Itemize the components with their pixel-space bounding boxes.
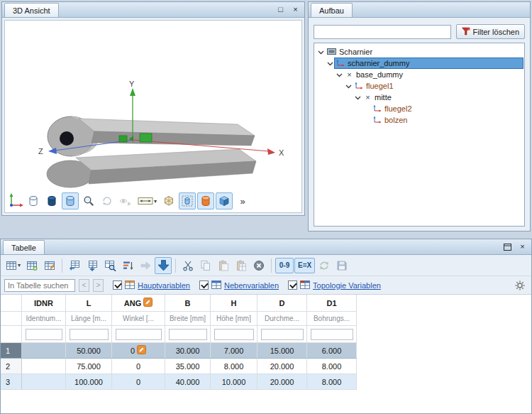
tree-item-base-dummy[interactable]: × base_dummy — [315, 69, 523, 80]
column-header-l[interactable]: L — [66, 295, 112, 312]
cell-b[interactable]: 40.000 — [165, 374, 211, 390]
cube-isometric-button[interactable] — [216, 192, 233, 209]
find-next-button[interactable]: > — [93, 279, 104, 292]
structure-search-input[interactable] — [314, 25, 451, 39]
nebenvariablen-link[interactable]: Nebenvariablen — [224, 281, 279, 290]
cylinder-dark-view-button[interactable] — [43, 192, 60, 209]
close-button[interactable]: × — [516, 241, 528, 252]
column-header-b[interactable]: B — [165, 295, 211, 312]
cell-idnr[interactable] — [22, 359, 66, 374]
filter-input-ang[interactable] — [116, 329, 162, 340]
mesh-display-button[interactable] — [160, 192, 177, 209]
close-button[interactable]: × — [289, 4, 301, 15]
chevron-down-icon[interactable] — [326, 60, 334, 67]
more-tools-button[interactable]: » — [234, 192, 251, 209]
zoom-button[interactable] — [80, 192, 97, 209]
append-row-button[interactable] — [84, 257, 101, 274]
sort-button[interactable] — [119, 257, 136, 274]
cell-idnr[interactable] — [22, 374, 66, 390]
edit-formula-icon[interactable] — [143, 298, 153, 308]
tree-item-scharnier[interactable]: Scharnier — [315, 46, 523, 58]
cell-d[interactable]: 20.000 — [257, 359, 307, 374]
apply-row-button[interactable] — [155, 257, 172, 274]
insert-row-button[interactable] — [66, 257, 83, 274]
edit-table-button[interactable] — [41, 257, 58, 274]
cell-d[interactable]: 15.000 — [257, 343, 307, 359]
maximize-button[interactable]: □ — [275, 4, 287, 15]
dock-button[interactable] — [501, 241, 514, 252]
cell-ang[interactable]: 0 — [112, 359, 165, 374]
cell-ang[interactable]: 0 — [112, 343, 165, 359]
topologie-checkbox[interactable] — [288, 280, 297, 290]
cell-l[interactable]: 50.000 — [66, 343, 112, 359]
tab-aufbau[interactable]: Aufbau — [311, 3, 353, 17]
dropdown-arrow-icon[interactable]: ▾ — [154, 198, 157, 205]
cell-d1[interactable]: 6.000 — [307, 343, 357, 359]
cell-d1[interactable]: 8.000 — [307, 359, 357, 374]
column-header-h[interactable]: H — [211, 295, 257, 312]
chevron-down-icon[interactable] — [316, 49, 325, 55]
refresh-button[interactable] — [316, 257, 333, 274]
column-header-idnr[interactable]: IDNR — [22, 295, 66, 312]
paste-table-button[interactable] — [233, 257, 250, 274]
tab-tabelle[interactable]: Tabelle — [3, 240, 45, 254]
cut-button[interactable] — [179, 257, 196, 274]
cell-ang[interactable]: 0 — [112, 374, 165, 390]
tree-item-scharnier-dummy[interactable]: scharnier_dummy — [315, 58, 523, 69]
dropdown-arrow-icon[interactable]: ▾ — [18, 262, 21, 268]
filter-input-h[interactable] — [214, 329, 254, 340]
tab-3d-ansicht[interactable]: 3D Ansicht — [4, 3, 59, 17]
rotate-view-button[interactable] — [99, 192, 116, 209]
cell-h[interactable]: 8.000 — [211, 359, 257, 374]
cylinder-orange-button[interactable] — [197, 192, 214, 209]
table-menu-button[interactable]: ▾ — [4, 257, 23, 274]
cylinder-clipbox-button[interactable] — [179, 192, 196, 209]
column-header-ang[interactable]: ANG — [112, 295, 165, 312]
cylinder-shaded-view-button[interactable] — [62, 192, 79, 209]
hauptvariablen-checkbox[interactable] — [113, 280, 122, 290]
clear-filter-button[interactable]: Filter löschen — [456, 24, 525, 39]
cell-h[interactable]: 10.000 — [211, 374, 257, 390]
dimensioning-button[interactable]: ▾ — [135, 192, 159, 209]
filter-input-d[interactable] — [261, 329, 304, 340]
tree-item-fluegel1[interactable]: fluegel1 — [315, 80, 523, 92]
chevron-down-icon[interactable] — [335, 72, 343, 78]
save-button[interactable] — [333, 257, 350, 274]
3d-viewport[interactable]: X Y Z — [4, 20, 302, 213]
cell-l[interactable]: 100.000 — [66, 374, 112, 390]
filter-input-idnr[interactable] — [26, 329, 62, 340]
row-header[interactable]: 1 — [1, 343, 22, 359]
tree-item-fluegel2[interactable]: fluegel2 — [315, 103, 523, 114]
column-header-d[interactable]: D — [257, 295, 307, 312]
cell-l[interactable]: 75.000 — [66, 359, 112, 374]
cell-d[interactable]: 20.000 — [257, 374, 307, 390]
cell-b[interactable]: 30.000 — [165, 343, 211, 359]
find-prev-button[interactable]: < — [79, 279, 89, 292]
nebenvariablen-checkbox[interactable] — [199, 280, 209, 290]
row-header[interactable]: 3 — [1, 374, 22, 390]
cell-d1[interactable]: 8.000 — [307, 374, 357, 390]
column-header-d1[interactable]: D1 — [307, 295, 357, 312]
tree-item-mitte[interactable]: × mitte — [315, 92, 523, 103]
filter-input-l[interactable] — [70, 329, 109, 340]
show-values-toggle[interactable]: 0-9 — [275, 258, 294, 273]
cell-idnr[interactable] — [22, 343, 66, 359]
paste-button[interactable] — [215, 257, 232, 274]
chevron-down-icon[interactable] — [344, 83, 353, 89]
filter-input-b[interactable] — [169, 329, 207, 340]
find-in-table-button[interactable] — [101, 257, 118, 274]
copy-button[interactable] — [197, 257, 214, 274]
chevron-down-icon[interactable] — [353, 94, 362, 101]
table-search-input[interactable] — [4, 279, 75, 292]
visibility-play-button[interactable] — [117, 192, 134, 209]
filter-input-d1[interactable] — [311, 329, 353, 340]
show-formulas-toggle[interactable]: E=X — [294, 258, 315, 273]
new-table-button[interactable] — [23, 257, 40, 274]
topologie-variablen-link[interactable]: Topologie Variablen — [313, 281, 381, 290]
edit-formula-icon[interactable] — [137, 345, 146, 356]
cell-h[interactable]: 7.000 — [211, 343, 257, 359]
cylinder-wire-view-button[interactable] — [25, 192, 42, 209]
table-settings-button[interactable] — [512, 278, 528, 293]
tree-item-bolzen[interactable]: bolzen — [315, 114, 523, 126]
delete-row-button[interactable] — [250, 257, 267, 274]
